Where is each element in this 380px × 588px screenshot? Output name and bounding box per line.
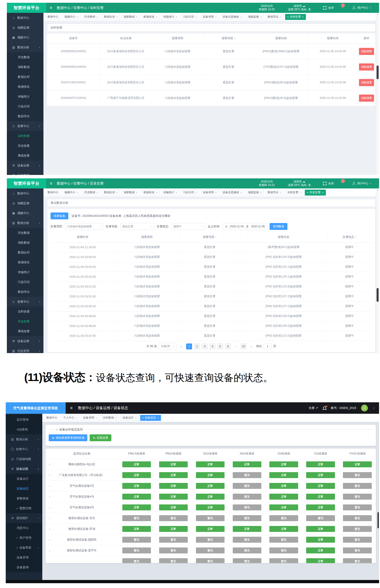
sidebar-item-历史告警[interactable]: 历史告警	[7, 316, 43, 326]
sidebar-item-实时告警[interactable]: 实时告警	[7, 131, 43, 141]
tab-传输统计[interactable]: 传输统计×	[161, 14, 179, 20]
notification-badge[interactable]: 1	[341, 179, 345, 183]
sidebar-item-视频中心[interactable]: ▣视频中心	[7, 33, 43, 42]
tab-close-icon[interactable]: ×	[96, 191, 98, 194]
sidebar-item-用户管理[interactable]: ▸用户管理	[6, 533, 42, 543]
sidebar-item-巡航数据[interactable]: 巡航数据	[7, 62, 43, 72]
sidebar-item-检测排名[interactable]: 检测排名	[7, 257, 43, 267]
sidebar-item-传输统计[interactable]: 传输统计	[7, 92, 43, 102]
tab-close-icon[interactable]: ×	[241, 191, 242, 194]
page-button-6[interactable]: 6	[225, 343, 231, 349]
sidebar-item-设备界面[interactable]: ▸设备界面∧	[6, 543, 42, 552]
alarm-level-select[interactable]: 紧急告警 ∨	[120, 223, 154, 230]
sidebar-item-数据分析[interactable]: ▥数据分析∧	[7, 42, 43, 52]
tab-close-icon[interactable]: ×	[115, 417, 117, 419]
tab-数据中心[interactable]: 数据中心	[45, 189, 61, 195]
tab-污染日历[interactable]: 污染日历×	[181, 14, 199, 20]
row-expand-icon[interactable]: ›	[49, 462, 50, 466]
tab-设备管理[interactable]: 设备管理×	[81, 415, 99, 421]
tab-数据比对[interactable]: 数据比对×	[102, 14, 120, 20]
sidebar-item-预警控制[interactable]: ▸预警控制	[6, 503, 42, 513]
clear-alarm-button[interactable]: 消除报警	[359, 79, 374, 86]
tab-检测排名[interactable]: 检测排名×	[141, 189, 160, 195]
row-expand-icon[interactable]: ›	[49, 538, 50, 542]
tab-close-icon[interactable]: ×	[76, 417, 77, 419]
next-page-button[interactable]: ›	[248, 343, 254, 349]
tab-个人中心[interactable]: 个人中心×	[61, 415, 79, 421]
tab-地图监测[interactable]: 地图监测×	[246, 14, 264, 20]
page-button-10[interactable]: 10	[241, 343, 247, 349]
sidebar-item-设备运维[interactable]: ⚙设备运维∨	[7, 336, 43, 346]
tab-历史告警[interactable]: ●历史告警×	[305, 189, 325, 195]
avatar[interactable]	[361, 405, 368, 411]
tab-检测排名[interactable]: 检测排名×	[141, 14, 160, 20]
fullscreen-button[interactable]: 全屏	[323, 182, 334, 186]
clear-alarm-button[interactable]: 消除报警	[359, 63, 374, 70]
row-expand-icon[interactable]: ›	[49, 527, 50, 531]
tab-close-icon[interactable]: ×	[280, 16, 281, 18]
row-expand-icon[interactable]: ›	[49, 516, 50, 520]
tab-数据导出[interactable]: 数据导出×	[265, 189, 284, 195]
tab-实时告警[interactable]: ●实时告警×	[285, 14, 306, 20]
select-device-button[interactable]: 选择设备	[51, 212, 68, 219]
sidebar-item-数据分析[interactable]: ▥数据分析∧	[7, 218, 43, 228]
tab-close-icon[interactable]: ×	[176, 16, 177, 18]
sidebar-item-告警中心[interactable]: !告警中心∨	[6, 444, 42, 454]
sidebar-item-数据中心[interactable]: ⌂数据中心	[7, 189, 43, 198]
sidebar-item-离线告警[interactable]: 离线告警	[7, 326, 43, 336]
sort-icon[interactable]: ▲▼	[234, 37, 235, 40]
sidebar-item-视频中心[interactable]: ▣视频中心	[7, 208, 43, 218]
scroll-up-arrow-icon[interactable]: ▲	[376, 13, 379, 16]
sidebar-item-污染日历[interactable]: 污染日历	[7, 102, 43, 111]
tab-设备运行[interactable]: 设备运行×	[120, 415, 139, 421]
select-area-button[interactable]: ⊕请选择需要查询的区域	[49, 434, 87, 441]
tab-巡航数据[interactable]: 巡航数据×	[121, 189, 140, 195]
sidebar-item-设备运维[interactable]: ⚙设备运维∨	[7, 161, 43, 170]
tab-close-icon[interactable]: ×	[156, 16, 157, 18]
tab-close-icon[interactable]: ×	[156, 191, 157, 194]
sidebar-item-设备新增[interactable]: 设备新增	[6, 562, 42, 572]
sidebar-item-数据中心[interactable]: ⌂数据中心	[7, 13, 43, 23]
sidebar-item-历史告警[interactable]: 历史告警	[7, 141, 43, 151]
sidebar-item-地图监测[interactable]: ◎地图监测	[7, 198, 43, 208]
tab-视频中心[interactable]: 视频中心×	[62, 189, 80, 195]
scrollbar-thumb[interactable]	[377, 65, 379, 79]
sidebar-item-历史数据[interactable]: 历史数据	[7, 228, 43, 238]
tab-设备管理[interactable]: 设备管理×	[201, 189, 219, 195]
tab-实时数据[interactable]: 实时数据×	[101, 415, 119, 421]
tab-close-icon[interactable]: ×	[157, 417, 159, 419]
sidebar-item-设备管理[interactable]: 设备管理	[6, 552, 42, 562]
scrollbar-thumb[interactable]	[378, 512, 379, 528]
tab-close-icon[interactable]: ×	[195, 191, 197, 194]
tab-设备管理[interactable]: 设备管理×	[201, 14, 219, 20]
tab-close-icon[interactable]: ×	[136, 16, 137, 18]
tab-历史数据[interactable]: 历史数据×	[82, 14, 100, 20]
sidebar-item-设备运维[interactable]: ⚙设备运维∧	[6, 464, 42, 474]
clear-alarm-button[interactable]: 消除报警	[359, 48, 374, 55]
sidebar-item-巡航数据[interactable]: 巡航数据	[7, 238, 43, 248]
tab-地图监测[interactable]: 地图监测×	[246, 189, 264, 195]
menu-icon[interactable]: ≡	[70, 406, 73, 411]
sidebar-item-地图监测[interactable]: ◎地图监测	[7, 23, 43, 33]
tab-close-icon[interactable]: ×	[280, 191, 281, 194]
tab-close-icon[interactable]: ×	[241, 16, 242, 18]
tab-close-icon[interactable]: ×	[300, 191, 301, 194]
fullscreen-button[interactable]: 全屏	[323, 6, 334, 10]
sidebar-item-监控查询[interactable]: 监控查询	[6, 415, 42, 424]
query-data-button[interactable]: 查询数据	[269, 223, 287, 230]
scrollbar-track[interactable]: ▲	[376, 13, 379, 175]
sidebar-item-数据比对[interactable]: 数据比对	[7, 72, 43, 82]
sort-icon[interactable]: ▲▼	[215, 236, 216, 238]
tab-巡航数据[interactable]: 巡航数据×	[121, 14, 140, 20]
row-expand-icon[interactable]: ›	[49, 495, 50, 499]
tab-close-icon[interactable]: ×	[135, 417, 136, 419]
user-center-button[interactable]: 用户中心 ∨	[352, 182, 371, 186]
tab-close-icon[interactable]: ×	[260, 191, 262, 194]
tab-close-icon[interactable]: ×	[260, 16, 262, 18]
clear-alarm-button[interactable]: 消除报警	[359, 95, 374, 102]
sidebar-item-日志管理[interactable]: ▤日志管理∨	[7, 170, 43, 175]
goto-page-input[interactable]	[264, 343, 271, 349]
fullscreen-button[interactable]: 全屏 ↗	[309, 406, 318, 410]
sidebar-item-告警中心[interactable]: ⚠告警中心∧	[7, 121, 43, 131]
menu-icon[interactable]: ≡	[50, 5, 52, 10]
